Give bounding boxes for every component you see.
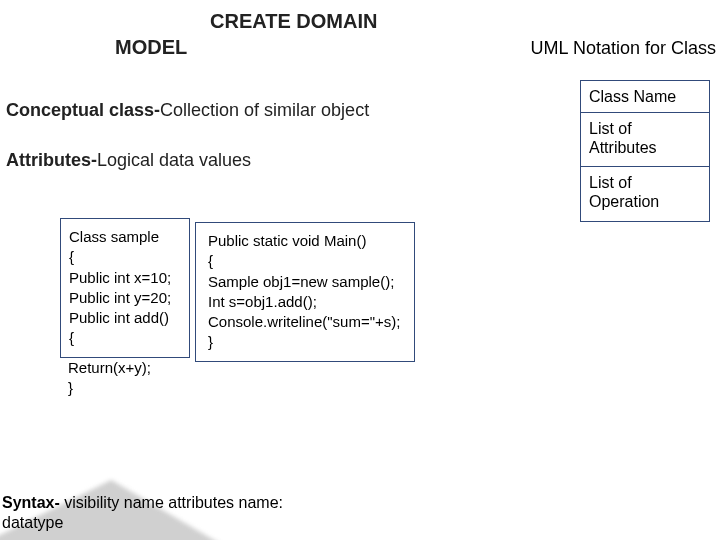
uml-class-box: Class Name List of Attributes List of Op… xyxy=(580,80,710,222)
conceptual-text: Collection of similar object xyxy=(160,100,369,120)
code-left-overflow: Return(x+y); } xyxy=(60,358,190,399)
code-line: Public int add() xyxy=(69,308,181,328)
code-line: Public int y=20; xyxy=(69,288,181,308)
attributes-text: Logical data values xyxy=(97,150,251,170)
code-line: Public static void Main() xyxy=(208,231,406,251)
syntax-line: Syntax- visibility name attributes name: xyxy=(2,494,283,512)
attributes-line: Attributes-Logical data values xyxy=(6,150,251,171)
uml-operation-cell: List of Operation xyxy=(581,167,709,221)
uml-attributes-cell: List of Attributes xyxy=(581,113,709,167)
code-line: Console.writeline("sum="+s); xyxy=(208,312,406,332)
page-title: CREATE DOMAIN xyxy=(210,10,377,33)
code-left-wrap: Class sample { Public int x=10; Public i… xyxy=(60,218,190,398)
attributes-bold: Attributes- xyxy=(6,150,97,170)
syntax-bold: Syntax- xyxy=(2,494,60,511)
code-line: } xyxy=(68,378,190,398)
code-line: Return(x+y); xyxy=(68,358,190,378)
uml-class-name-cell: Class Name xyxy=(581,81,709,113)
code-line: { xyxy=(208,251,406,271)
code-line: } xyxy=(208,332,406,352)
code-line: Int s=obj1.add(); xyxy=(208,292,406,312)
syntax-text: visibility name attributes name: xyxy=(60,494,283,511)
code-line: Sample obj1=new sample(); xyxy=(208,272,406,292)
code-left-box: Class sample { Public int x=10; Public i… xyxy=(60,218,190,358)
code-right-box: Public static void Main() { Sample obj1=… xyxy=(195,222,415,362)
conceptual-class-line: Conceptual class-Collection of similar o… xyxy=(6,100,369,121)
code-line: Class sample xyxy=(69,227,181,247)
uml-notation-header: UML Notation for Class xyxy=(531,38,716,59)
code-line: { xyxy=(69,328,181,348)
page-subtitle: MODEL xyxy=(115,36,187,59)
conceptual-bold: Conceptual class- xyxy=(6,100,160,120)
code-line: Public int x=10; xyxy=(69,268,181,288)
code-line: { xyxy=(69,247,181,267)
syntax-line2: datatype xyxy=(2,514,63,532)
